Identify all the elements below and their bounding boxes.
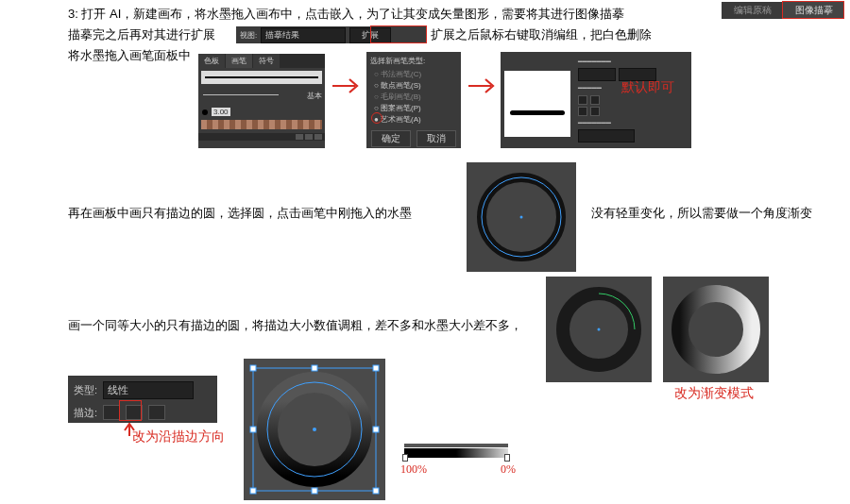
opacity-gradient[interactable]: [404, 444, 508, 458]
brush-size: 3.00: [212, 108, 230, 116]
svg-rect-13: [312, 365, 317, 371]
along-stroke-note: 改为沿描边方向: [132, 428, 225, 445]
dialog-ok[interactable]: 确定: [371, 130, 411, 147]
new-brush-dialog: 选择新画笔类型: ○ 书法画笔(C) ○ 散点画笔(S) ○ 毛刷画笔(B) ○…: [366, 52, 461, 148]
svg-point-17: [313, 428, 316, 431]
gradient-mode-note: 改为渐变模式: [674, 385, 754, 402]
tab-brush[interactable]: 画笔: [226, 54, 252, 68]
edit-original-btn[interactable]: 编辑原稿: [722, 2, 783, 19]
dialog-title: 选择新画笔类型:: [370, 56, 457, 66]
tab-symbol[interactable]: 符号: [253, 54, 280, 68]
brush-basic-label: 基本: [307, 91, 322, 101]
row3-left: 画一个同等大小的只有描边的圆，将描边大小数值调粗，差不多和水墨大小差不多，: [68, 317, 522, 334]
opt-5[interactable]: ● 艺术画笔(A): [374, 114, 457, 125]
svg-point-2: [520, 216, 523, 219]
view-dropdown[interactable]: 描摹结果: [261, 27, 346, 43]
svg-rect-12: [373, 488, 379, 494]
arrow-icon: [467, 76, 499, 96]
view-label: 视图:: [240, 30, 257, 41]
type-label: 类型:: [74, 383, 97, 397]
svg-rect-10: [373, 365, 379, 371]
svg-rect-9: [250, 365, 256, 371]
svg-rect-14: [312, 488, 317, 494]
svg-rect-15: [250, 427, 256, 432]
step3-line1: 3: 打开 AI，新建画布，将水墨拖入画布中，点击嵌入，为了让其变成矢量图形，需…: [68, 6, 624, 23]
opt-4[interactable]: ○ 图案画笔(P): [374, 103, 457, 113]
step3-line3: 将水墨拖入画笔面板中: [68, 47, 191, 64]
stroke-label: 描边:: [74, 406, 97, 420]
stroke-opt-1[interactable]: [103, 405, 120, 420]
type-dropdown[interactable]: 线性: [103, 381, 194, 399]
artbrush-options-panel: ━━━━━━━ ━━━━━ ━━━━━━━: [501, 52, 691, 148]
dot-icon: [202, 109, 208, 115]
svg-point-4: [598, 328, 601, 331]
editable-ring: [244, 359, 385, 500]
row2-right: 没有轻重变化，所以需要做一个角度渐变: [591, 205, 812, 222]
step3-line2b: 扩展之后鼠标右键取消编组，把白色删除: [431, 26, 652, 43]
svg-rect-16: [373, 427, 379, 432]
gradient-ring-2: [663, 277, 769, 382]
step3-line2a: 描摹完之后再对其进行扩展: [68, 26, 215, 43]
svg-rect-11: [250, 488, 256, 494]
tab-swatch[interactable]: 色板: [198, 54, 225, 68]
ink-ring-preview: [467, 162, 576, 272]
opacity-0: 0%: [501, 462, 516, 477]
gradient-ring-1: [546, 277, 652, 382]
default-note: 默认即可: [621, 79, 674, 96]
opt-1[interactable]: ○ 书法画笔(C): [374, 69, 457, 79]
opacity-100: 100%: [400, 462, 427, 477]
dialog-cancel[interactable]: 取消: [416, 130, 456, 147]
gradient-panel: 类型: 线性 描边:: [68, 376, 217, 423]
opt-3[interactable]: ○ 毛刷画笔(B): [374, 92, 457, 102]
opt-2[interactable]: ○ 散点画笔(S): [374, 80, 457, 91]
svg-point-5: [680, 294, 752, 365]
stroke-opt-3[interactable]: [148, 405, 165, 420]
arrow-icon: [331, 76, 363, 96]
row2-left: 再在画板中画只有描边的圆，选择圆，点击画笔中刚拖入的水墨: [68, 205, 412, 222]
brush-panel: 色板 画笔 符号 基本 3.00: [198, 54, 325, 148]
